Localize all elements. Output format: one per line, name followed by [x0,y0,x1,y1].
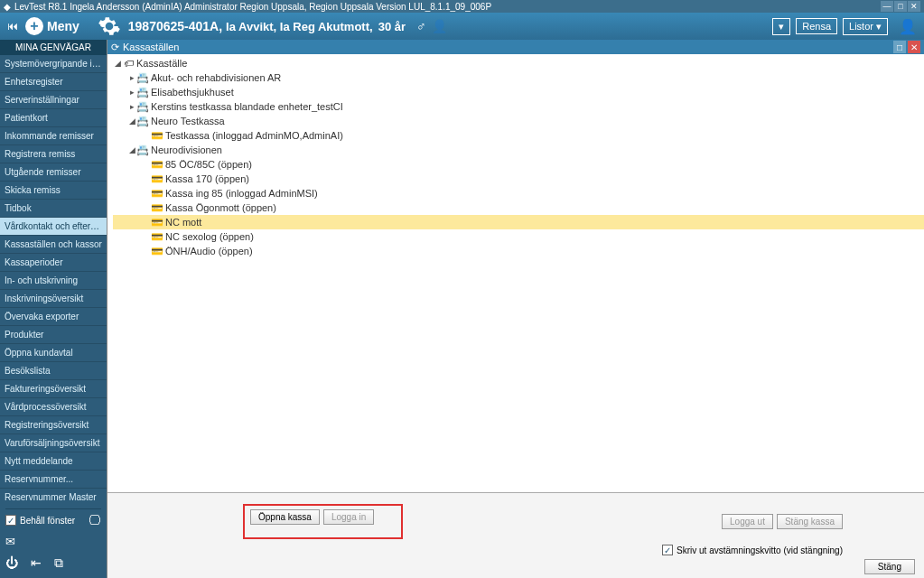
back-icon[interactable]: ⏮ [7,20,18,33]
tree-row[interactable]: 💳Kassa Ögonmott (öppen) [113,200,924,215]
rensa-button[interactable]: Rensa [796,18,837,34]
logout-icon[interactable]: ⇤ [31,555,42,571]
gear-icon[interactable] [98,14,121,38]
checkbox-row[interactable]: ✓ Skriv ut avstämningskvitto (vid stängn… [117,545,915,555]
patient-age: 30 år [378,20,406,33]
listor-button[interactable]: Listor ▾ [843,18,888,35]
tree-node-icon: 📇 [136,144,149,156]
male-icon: ♂ [416,19,426,33]
sidebar-item[interactable]: Registrera remiss [0,145,107,163]
main-panel: ⟳ Kassaställen □ ✕ ◢🏷Kassaställe▸📇Akut- … [107,40,924,578]
expand-icon[interactable]: ▸ [127,88,136,97]
sidebar-item[interactable]: Produkter [0,326,107,344]
keep-window-row[interactable]: ✓ Behåll fönster 🖵 [5,508,101,531]
sidebar-item[interactable]: Skicka remiss [0,182,107,200]
tree-row[interactable]: 💳Kassa ing 85 (inloggad AdminMSI) [113,186,924,200]
sidebar-item[interactable]: Enhetsregister [0,73,107,91]
sidebar-item[interactable]: Reservnummer... [0,471,107,489]
tree-row[interactable]: ▸📇Elisabethsjukhuset [113,85,924,99]
sidebar-item[interactable]: Registreringsöversikt [0,416,107,434]
sidebar-item[interactable]: Serverinställningar [0,91,107,109]
user-icon[interactable]: 👤 [899,18,917,35]
tree-node-icon: 💳 [151,231,163,243]
tree-row[interactable]: ◢🏷Kassaställe [113,56,924,70]
tree-node-icon: 📇 [136,116,149,127]
tree-view[interactable]: ◢🏷Kassaställe▸📇Akut- och rehabdivisionen… [107,54,924,492]
expand-icon[interactable]: ◢ [127,117,136,126]
panel-maximize-button[interactable]: □ [893,41,906,53]
refresh-icon[interactable]: ⟳ [111,42,119,53]
panel-close-button[interactable]: ✕ [908,41,920,53]
sidebar-item[interactable]: Besökslista [0,362,107,380]
tree-row[interactable]: 💳Kassa 170 (öppen) [113,172,924,186]
tree-row[interactable]: ◢📇Neurodivisionen [113,143,924,157]
sidebar-item[interactable]: Varuförsäljningsöversikt [0,434,107,452]
header-bar: ⏮ + Meny 19870625-401A, Ia Avvikt, Ia Re… [0,13,924,40]
mail-icon[interactable]: ✉ [5,535,15,548]
patient-id: 19870625-401A, [128,19,222,33]
sidebar-item[interactable]: Patientkort [0,109,107,127]
tree-row[interactable]: 💳NC sexolog (öppen) [113,229,924,244]
sidebar-item[interactable]: Öppna kundavtal [0,344,107,362]
monitor-icon[interactable]: 🖵 [89,513,101,527]
tree-node-label: 85 ÖC/85C (öppen) [163,159,252,170]
tree-node-label: NC sexolog (öppen) [163,231,254,242]
sidebar-item[interactable]: Reservnummer Master [0,489,107,505]
sidebar-item[interactable]: Faktureringsöversikt [0,380,107,398]
tree-row[interactable]: ▸📇Kerstins testkassa blandade enheter_te… [113,99,924,114]
dropdown-button[interactable]: ▾ [772,18,790,35]
tree-node-icon: 💳 [151,217,163,228]
tree-node-label: Elisabethsjukhuset [149,87,234,98]
sidebar-item[interactable]: Systemövergripande inställnin... [0,55,107,73]
oppna-kassa-button[interactable]: Öppna kassa [250,509,320,525]
tree-row[interactable]: 💳ÖNH/Audio (öppen) [113,244,924,258]
plus-icon: + [25,17,43,35]
logga-ut-button[interactable]: Logga ut [722,514,773,529]
tree-node-icon: 💳 [151,246,163,257]
tree-node-label: ÖNH/Audio (öppen) [163,246,253,256]
tree-node-icon: 📇 [136,101,149,113]
tree-node-icon: 💳 [151,188,163,200]
tree-node-label: Akut- och rehabdivisionen AR [149,72,281,83]
minimize-button[interactable]: — [881,1,893,12]
sidebar-item[interactable]: Vårdkontakt och efterregistrering [0,218,107,236]
power-icon[interactable]: ⏻ [5,555,18,571]
tree-node-icon: 📇 [136,72,149,84]
tree-node-label: NC mott [163,217,201,228]
stang-button[interactable]: Stäng [864,559,915,574]
sidebar-item[interactable]: Inkommande remisser [0,127,107,145]
tree-row[interactable]: 💳Testkassa (inloggad AdminMO,AdminAI) [113,128,924,143]
maximize-button[interactable]: □ [894,1,907,12]
sidebar-item[interactable]: Övervaka exporter [0,308,107,326]
sidebar-item[interactable]: Tidbok [0,200,107,218]
tree-row[interactable]: 💳NC mott [113,215,924,229]
sidebar-item[interactable]: Utgående remisser [0,163,107,182]
sidebar-item[interactable]: Inskrivningsöversikt [0,290,107,308]
tree-node-label: Kassa 170 (öppen) [163,173,249,184]
sidebar-item[interactable]: In- och utskrivning [0,272,107,290]
tree-row[interactable]: ◢📇Neuro Testkassa [113,114,924,128]
expand-icon[interactable]: ▸ [127,73,136,82]
sidebar-item[interactable]: Kassaperioder [0,254,107,272]
support-icon[interactable]: ⧉ [54,555,63,571]
tree-row[interactable]: ▸📇Akut- och rehabdivisionen AR [113,70,924,85]
tree-node-icon: 📇 [136,87,149,98]
sidebar-item[interactable]: Nytt meddelande [0,452,107,471]
menu-button[interactable]: + Meny [25,17,79,35]
window-title: LevTest R8.1 Ingela Andersson (AdminIA) … [14,2,881,12]
logga-in-button[interactable]: Logga in [323,509,374,525]
expand-icon[interactable]: ▸ [127,102,136,111]
close-window-button[interactable]: ✕ [908,1,920,12]
panel-header: ⟳ Kassaställen □ ✕ [107,40,924,54]
patient-name: Ia Avvikt, Ia Reg Akutmott, [226,20,373,33]
sidebar-header: MINA GENVÄGAR [0,40,107,55]
tree-row[interactable]: 💳85 ÖC/85C (öppen) [113,157,924,172]
app-icon: ◆ [4,2,11,12]
expand-icon[interactable]: ◢ [113,59,122,68]
sidebar-item[interactable]: Kassaställen och kassor [0,236,107,254]
highlighted-button-group: Öppna kassa Logga in [243,504,403,539]
tree-node-icon: 💳 [151,173,163,185]
stang-kassa-button[interactable]: Stäng kassa [777,514,843,529]
expand-icon[interactable]: ◢ [127,145,136,154]
sidebar-item[interactable]: Vårdprocessöversikt [0,398,107,416]
